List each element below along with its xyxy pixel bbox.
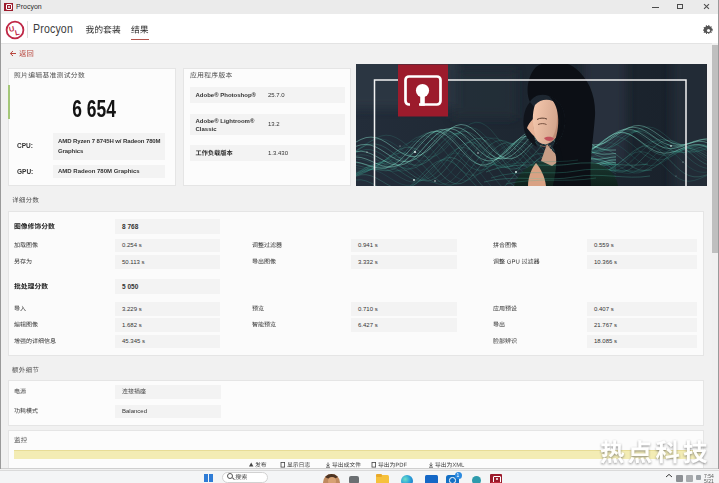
svg-text:L: L — [14, 27, 21, 37]
